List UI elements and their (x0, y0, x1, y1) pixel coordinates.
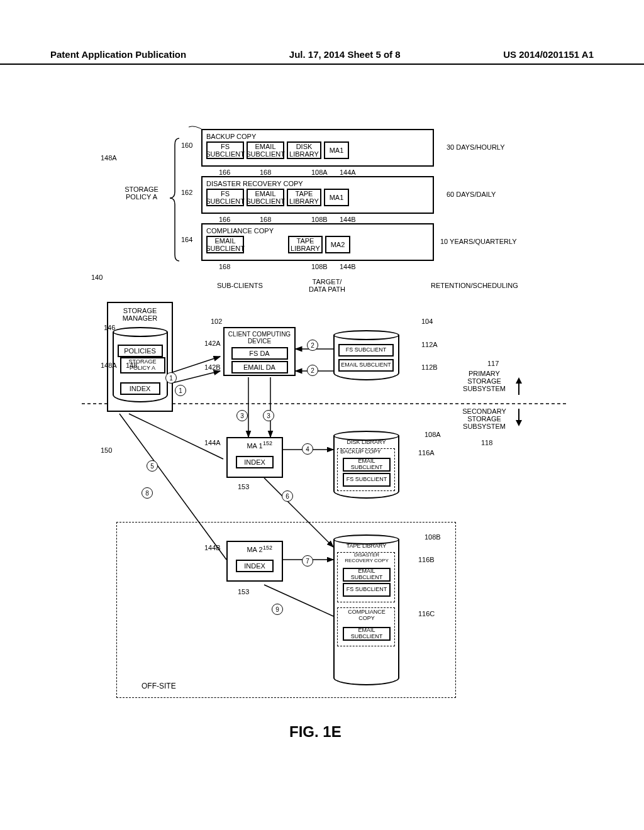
tl-fs-sub: FS SUBCLIENT (343, 583, 391, 597)
ref-152-2: 152 (263, 545, 272, 551)
ref-168-2: 168 (260, 216, 271, 223)
secondary-subsystem: SECONDARY STORAGE SUBSYSTEM (456, 407, 513, 430)
step-9: 9 (272, 604, 283, 615)
dr-retention: 60 DAYS/DAILY (447, 191, 496, 198)
dr-fs-sub: FS SUBCLIENT (206, 189, 244, 206)
ma1-title: MA 1 (229, 440, 280, 452)
storage-manager: STORAGE MANAGER POLICIES STORAGE POLICY … (107, 302, 173, 412)
step-2b: 2 (307, 365, 318, 376)
ref-160: 160 (181, 141, 192, 149)
ref-166-2: 166 (219, 216, 230, 223)
email-subclient-box: EMAIL SUBCLIENT (338, 359, 394, 372)
svg-line-8 (129, 414, 223, 459)
sm-index-box: INDEX (120, 382, 160, 395)
comp-copy-row: COMPLIANCE COPY EMAIL SUBCLIENT TAPE LIB… (201, 223, 434, 261)
header-center: Jul. 17, 2014 Sheet 5 of 8 (289, 49, 401, 60)
ref-146: 146 (104, 324, 115, 331)
comp-target: TAPE LIBRARY (288, 236, 323, 253)
col-subclients: SUB-CLIENTS (217, 282, 263, 289)
offsite-box (116, 522, 456, 698)
fs-da: FS DA (231, 347, 288, 360)
step-1b: 1 (175, 385, 186, 396)
ref-150: 150 (101, 446, 112, 454)
ref-116C: 116C (418, 610, 435, 617)
backup-copy-group: BACKUP COPY EMAIL SUBCLIENT FS SUBCLIENT (337, 448, 395, 491)
ref-112B: 112B (421, 363, 438, 371)
comp-copy-title: COMPLIANCE COPY (204, 226, 431, 236)
ref-140: 140 (91, 274, 103, 281)
dr-ma: MA1 (324, 189, 349, 206)
bc-target: DISK LIBRARY (287, 141, 321, 159)
bc-fs-sub: FS SUBCLIENT (206, 141, 244, 159)
ma2-index: INDEX (236, 560, 274, 572)
ref-116A: 116A (418, 449, 435, 456)
tl-email-sub2: EMAIL SUBCLIENT (343, 627, 391, 641)
ref-144A-1: 144A (340, 169, 356, 176)
ma1-index: INDEX (236, 456, 274, 468)
ref-108A-2: 108A (425, 431, 441, 438)
figure-label: FIG. 1E (289, 723, 341, 741)
fs-subclient-box: FS SUBCLIENT (338, 344, 394, 357)
comp-copy-group: COMPLIANCE COPY EMAIL SUBCLIENT (337, 607, 395, 646)
sm-title: STORAGE MANAGER (109, 304, 170, 324)
comp-retention: 10 YEARS/QUARTERLY (440, 238, 517, 245)
ref-108B-1: 108B (311, 216, 328, 223)
tl-email-sub: EMAIL SUBCLIENT (343, 568, 391, 582)
step-1a: 1 (165, 372, 177, 384)
step-5: 5 (147, 460, 158, 472)
comp-ma: MA2 (325, 236, 350, 253)
disk-lib-title: DISK LIBRARY (340, 440, 393, 446)
ref-144B-3: 144B (204, 544, 221, 551)
step-7: 7 (302, 555, 313, 567)
arrow-down-stem (518, 409, 519, 420)
ref-153-1: 153 (238, 483, 249, 490)
dl-email-sub: EMAIL SUBCLIENT (343, 458, 391, 472)
ref-116B: 116B (418, 556, 435, 563)
ref-108B-3: 108B (425, 533, 441, 541)
ref-117: 117 (487, 360, 499, 367)
client-device: CLIENT COMPUTING DEVICE FS DA EMAIL DA (223, 327, 296, 376)
ref-162: 162 (181, 189, 192, 196)
ref-118: 118 (481, 439, 492, 446)
client-title: CLIENT COMPUTING DEVICE (226, 329, 293, 346)
primary-data-cyl: FS SUBCLIENT EMAIL SUBCLIENT (333, 330, 399, 380)
ref-104: 104 (421, 318, 433, 325)
ref-144B-2: 144B (340, 263, 356, 270)
ref-142A: 142A (204, 340, 221, 347)
primary-subsystem: PRIMARY STORAGE SUBSYSTEM (459, 370, 509, 392)
ref-144B-1: 144B (340, 216, 356, 223)
arrow-up-icon (516, 377, 522, 384)
dl-fs-sub: FS SUBCLIENT (343, 473, 391, 487)
ma1-box: MA 1 INDEX (226, 437, 283, 478)
ref-108B-2: 108B (311, 263, 328, 270)
ref-164: 164 (181, 236, 192, 243)
ref-108A-1: 108A (311, 169, 328, 176)
diagram: STORAGE POLICY A 148A BACKUP COPY FS SUB… (82, 119, 566, 748)
ref-152-1: 152 (263, 440, 272, 446)
backup-copy-row: BACKUP COPY FS SUBCLIENT EMAIL SUBCLIENT… (201, 129, 434, 167)
ref-168-1: 168 (260, 169, 271, 176)
policies-box: POLICIES (118, 345, 163, 357)
backup-copy-label: BACKUP COPY (340, 449, 381, 455)
page-header: Patent Application Publication Jul. 17, … (0, 49, 644, 65)
dr-copy-label: DISASTER RECOVERY COPY (340, 553, 393, 564)
dr-email-sub: EMAIL SUBCLIENT (247, 189, 284, 206)
offsite-label: OFF-SITE (142, 682, 176, 690)
ref-148A-top: 148A (101, 154, 117, 162)
ref-166-1: 166 (219, 169, 230, 176)
dr-copy-row: DISASTER RECOVERY COPY FS SUBCLIENT EMAI… (201, 176, 434, 214)
ref-142B: 142B (204, 363, 221, 371)
step-3b: 3 (263, 410, 274, 421)
disk-library-cyl: DISK LIBRARY BACKUP COPY EMAIL SUBCLIENT… (333, 431, 399, 499)
comp-copy-label: COMPLIANCE COPY (340, 609, 393, 622)
backup-copy-title: BACKUP COPY (204, 131, 431, 141)
tape-library-cyl: TAPE LIBRARY DISASTER RECOVERY COPY EMAI… (333, 534, 399, 685)
step-4: 4 (302, 443, 313, 455)
ref-112A: 112A (421, 341, 438, 348)
header-left: Patent Application Publication (50, 49, 186, 60)
bc-retention: 30 DAYS/HOURLY (447, 143, 505, 151)
step-2a: 2 (307, 340, 318, 351)
comp-email-sub: EMAIL SUBCLIENT (206, 236, 244, 253)
tape-lib-title: TAPE LIBRARY (340, 543, 393, 550)
ref-168-3: 168 (219, 263, 230, 270)
